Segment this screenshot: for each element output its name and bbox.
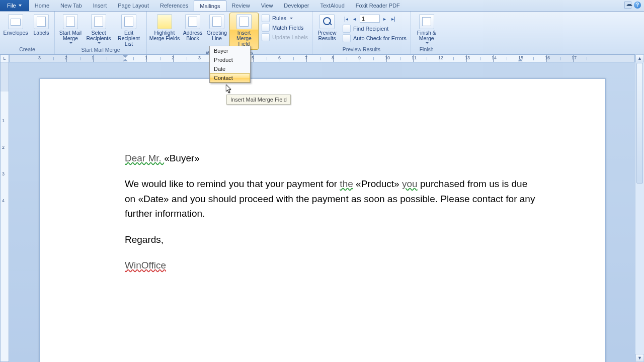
merge-field-item-date[interactable]: Date [210,64,250,73]
envelope-icon [8,14,23,29]
labels-label: Labels [34,30,49,36]
finish-merge-button[interactable]: Finish & Merge [413,13,440,44]
tab-page-layout[interactable]: Page Layout [112,1,154,11]
match-fields-button[interactable]: Match Fields [260,23,310,32]
match-fields-icon [262,24,270,32]
insert-merge-field-dropdown: Buyer Product Date Contact [209,46,251,83]
select-recipients-icon [91,14,106,29]
rules-label: Rules [272,15,286,21]
auto-check-errors-button[interactable]: Auto Check for Errors [341,34,409,43]
auto-check-icon [343,34,351,42]
labels-icon [34,14,49,29]
address-block-icon [185,14,200,29]
tab-review[interactable]: Review [226,1,256,11]
merge-field-item-product[interactable]: Product [210,55,250,64]
magnifier-icon [319,14,335,29]
last-record-button[interactable]: ▸| [390,15,397,22]
scroll-down-button[interactable]: ▼ [635,354,644,362]
document-body[interactable]: Dear Mr. «Buyer» We would like to remind… [125,151,540,284]
vertical-ruler[interactable]: 1234 [0,62,9,362]
address-block-label: Address Block [183,30,203,41]
p1c: and you should proceed with the payment … [125,194,535,219]
start-mail-merge-button[interactable]: Start Mail Merge [57,13,84,44]
highlight-label: Highlight Merge Fields [149,30,180,41]
signature-line: WinOffice [125,258,540,273]
body-paragraph: We would like to remind you that your pa… [125,176,540,221]
caret-down-icon [290,18,293,19]
rules-button[interactable]: Rules [260,14,310,23]
edit-recipient-list-icon [121,14,136,29]
tab-mailings[interactable]: Mailings [194,1,226,11]
find-recipient-button[interactable]: Find Recipient [341,24,409,33]
document-page[interactable]: Dear Mr. «Buyer» We would like to remind… [39,78,606,362]
first-record-button[interactable]: |◂ [343,15,350,22]
greeting-line-button[interactable]: Greeting Line [205,13,228,41]
tab-references[interactable]: References [154,1,194,11]
help-icon[interactable]: ? [634,2,641,9]
greeting-line-icon [209,14,224,29]
right-indent-marker[interactable] [518,54,523,62]
horizontal-ruler[interactable]: 3211234567891011121314151617 [9,54,635,62]
group-preview-label: Preview Results [314,46,409,54]
tab-insert[interactable]: Insert [88,1,113,11]
update-labels-label: Update Labels [272,34,308,40]
write-small-buttons: Rules Match Fields Update Labels [260,13,310,42]
address-block-button[interactable]: Address Block [181,13,204,41]
merge-field-item-buyer[interactable]: Buyer [210,46,250,55]
preview-results-label: Preview Results [317,30,336,41]
insert-merge-field-label: Insert Merge Field [230,30,258,47]
highlight-icon [157,14,172,29]
caret-down-icon [19,5,22,7]
group-create: Envelopes Labels Create [0,12,55,54]
select-recipients-label: Select Recipients [86,30,111,41]
scroll-thumb[interactable] [636,63,643,184]
update-labels-button: Update Labels [260,33,310,42]
next-record-button[interactable]: ▸ [381,15,388,22]
prev-record-button[interactable]: ◂ [351,15,358,22]
update-labels-icon [262,33,270,41]
start-mail-merge-icon [63,14,78,29]
record-number-input[interactable] [360,15,380,23]
p1a: We would like to remind you that your pa… [125,178,340,189]
group-preview-results: Preview Results |◂ ◂ ▸ ▸| Find Recipient… [312,12,411,54]
caret-down-icon [426,42,429,44]
select-recipients-button[interactable]: Select Recipients [85,13,112,44]
preview-results-button[interactable]: Preview Results [314,13,340,41]
finish-merge-label: Finish & Merge [417,30,436,41]
record-navigator: |◂ ◂ ▸ ▸| [341,14,409,24]
finish-merge-icon [419,14,434,29]
match-fields-label: Match Fields [272,25,303,31]
ruler-corner[interactable]: L [0,54,9,62]
minimize-ribbon-icon[interactable] [624,2,631,9]
regards-line: Regards, [125,232,540,247]
tab-textaloud[interactable]: TextAloud [314,1,350,11]
tab-developer[interactable]: Developer [278,1,314,11]
group-finish: Finish & Merge Finish [411,12,442,54]
hanging-indent-marker[interactable] [123,54,128,62]
tab-strip: File Home New Tab Insert Page Layout Ref… [0,0,644,12]
insert-merge-field-icon [236,14,252,29]
tab-foxit-pdf[interactable]: Foxit Reader PDF [350,1,406,11]
p1-the: the [340,178,353,189]
caret-down-icon [69,42,72,44]
group-finish-label: Finish [413,46,440,54]
p1-date-field: «Date» [138,194,169,204]
rules-icon [262,14,270,22]
tab-view[interactable]: View [256,1,279,11]
highlight-merge-fields-button[interactable]: Highlight Merge Fields [149,13,180,41]
envelopes-label: Envelopes [3,30,28,36]
scroll-up-button[interactable]: ▲ [635,54,644,62]
merge-field-item-contact[interactable]: Contact [210,73,250,82]
file-tab[interactable]: File [0,0,29,11]
title-controls: ? [624,2,641,9]
envelopes-button[interactable]: Envelopes [2,13,29,36]
tab-home[interactable]: Home [29,1,55,11]
labels-button[interactable]: Labels [30,13,52,36]
insert-merge-field-button[interactable]: Insert Merge Field [229,13,259,50]
group-create-label: Create [2,46,52,54]
edit-recipient-list-label: Edit Recipient List [113,30,144,47]
file-tab-label: File [7,0,16,11]
vertical-scrollbar[interactable]: ▲ ▼ [635,54,644,362]
edit-recipient-list-button[interactable]: Edit Recipient List [113,13,144,47]
tab-new-tab[interactable]: New Tab [55,1,88,11]
